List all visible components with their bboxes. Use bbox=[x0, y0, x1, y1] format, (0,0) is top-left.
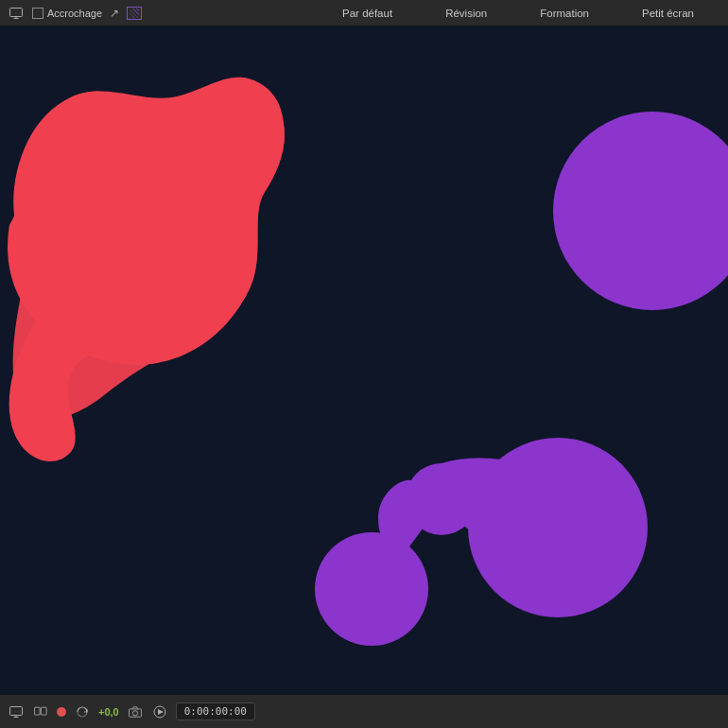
nav-petit-ecran[interactable]: Petit écran bbox=[615, 0, 720, 26]
frame-counter: +0,0 bbox=[98, 706, 119, 718]
record-dot[interactable] bbox=[57, 707, 66, 717]
nav-revision[interactable]: Révision bbox=[419, 0, 513, 26]
svg-marker-13 bbox=[158, 709, 164, 715]
purple-circle-large bbox=[553, 112, 728, 310]
target-box-icon[interactable] bbox=[127, 7, 142, 20]
canvas-area bbox=[0, 26, 728, 694]
top-toolbar: Accrochage ↗ Par défaut Révision Formati… bbox=[0, 0, 728, 26]
svg-rect-8 bbox=[34, 707, 40, 715]
dual-screen-icon[interactable] bbox=[32, 703, 49, 720]
svg-rect-4 bbox=[10, 706, 23, 715]
arrow-icon[interactable]: ↗ bbox=[110, 7, 119, 20]
toolbar-left: Accrochage ↗ bbox=[8, 5, 142, 22]
bottom-toolbar: +0,0 0:00:00:00 bbox=[0, 694, 728, 728]
svg-point-11 bbox=[132, 710, 137, 715]
screen-icon[interactable] bbox=[8, 5, 25, 22]
timecode-display[interactable]: 0:00:00:00 bbox=[176, 702, 255, 720]
render-icon[interactable] bbox=[151, 703, 168, 720]
nav-default[interactable]: Par défaut bbox=[316, 0, 419, 26]
snap-checkbox-area[interactable]: Accrochage bbox=[32, 8, 102, 19]
workspace-nav: Par défaut Révision Formation Petit écra… bbox=[316, 0, 720, 26]
blobs-svg bbox=[0, 26, 728, 694]
cycle-icon[interactable] bbox=[74, 703, 91, 720]
svg-rect-9 bbox=[41, 707, 46, 715]
bottom-screen-icon[interactable] bbox=[8, 703, 25, 720]
camera-icon[interactable] bbox=[127, 703, 144, 720]
snap-label: Accrochage bbox=[47, 8, 102, 19]
snap-checkbox[interactable] bbox=[32, 8, 43, 19]
purple-small-sphere bbox=[315, 532, 428, 646]
nav-formation[interactable]: Formation bbox=[513, 0, 615, 26]
svg-rect-0 bbox=[10, 8, 23, 16]
